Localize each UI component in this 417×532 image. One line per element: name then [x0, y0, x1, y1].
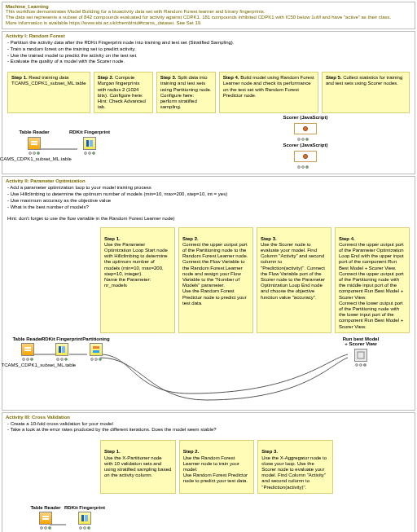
table-reader-node[interactable]: Table Reader TCAMS_CDPK1_subset_ML.table [25, 505, 66, 532]
scorer-node[interactable] [294, 123, 317, 134]
traffic-light-icon [79, 526, 90, 530]
svg-rect-9 [93, 350, 99, 353]
activity-2-desc: - Add a parameter optimization loop to y… [2, 185, 415, 213]
svg-rect-13 [81, 515, 84, 521]
step-box: Step 3. Use the X-Aggregator node to clo… [257, 440, 333, 494]
node-label: Partitioning [82, 336, 109, 342]
partition-icon [90, 343, 103, 356]
node-label: Table Reader [19, 130, 49, 135]
step-box: Step 4. Build model using Random Forest … [219, 72, 318, 113]
traffic-light-icon [22, 358, 33, 361]
svg-rect-10 [358, 352, 364, 358]
step-box: Step 1. Read training data TCAMS_CDPK1_s… [7, 72, 90, 113]
table-reader-icon [21, 343, 34, 356]
step-box: Step 1. Use the Parameter Optimization L… [100, 227, 175, 333]
activity-3-desc: - Create a 10-fold cross validation for … [2, 421, 415, 437]
rdkit-fingerprint-node[interactable]: RDKit Fingerprint [64, 505, 105, 530]
activity-2-title: Activity II: Parameter Optimization [2, 177, 415, 185]
fingerprint-icon [78, 512, 91, 525]
activity-1-canvas: Table Reader TCAMS_CDPK1_subset_ML.table… [2, 117, 415, 174]
traffic-light-icon [84, 152, 95, 155]
svg-rect-12 [42, 518, 49, 520]
svg-rect-7 [62, 346, 65, 353]
traffic-light-icon [29, 152, 40, 155]
activity-3-title: Activity III: Cross Validation [2, 413, 415, 421]
step-box: Step 1. Use the X-Partitioner node with … [100, 440, 176, 494]
table-reader-node[interactable]: Table Reader TCAMS_CDPK1_subset_ML.table [14, 130, 55, 161]
activity-3-canvas: Table Reader TCAMS_CDPK1_subset_ML.table… [2, 497, 415, 532]
step-box: Step 3. Split data into training and tes… [156, 72, 216, 113]
node-label: Table Reader [30, 505, 60, 511]
activity-2-panel: Activity II: Parameter Optimization - Ad… [2, 176, 415, 410]
svg-rect-8 [93, 346, 99, 349]
node-sublabel: TCAMS_CDPK1_subset_ML.table [0, 156, 72, 162]
activity-1-panel: Activity I: Random Forest - Partition th… [2, 31, 415, 174]
header-panel: Machine_Learning This workflow demonstra… [2, 2, 415, 29]
svg-rect-3 [90, 140, 93, 147]
best-model-component[interactable]: Run best Model + Scorer View [336, 336, 385, 367]
svg-rect-5 [24, 350, 31, 351]
svg-rect-2 [86, 140, 89, 147]
traffic-light-icon [40, 526, 51, 530]
activity-2-canvas: Table Reader TCAMS_CDPK1_subset_ML.table… [2, 336, 415, 410]
svg-rect-0 [31, 141, 37, 143]
fingerprint-icon [55, 343, 68, 356]
traffic-light-icon [355, 363, 367, 367]
svg-rect-14 [85, 515, 88, 521]
node-sublabel: TCAMS_CDPK1_subset_ML.table [2, 363, 50, 368]
step-box: Step 2. Use the Random Forest Learner no… [179, 440, 255, 494]
step-box: Step 4. Connect the upper output port of… [335, 227, 410, 333]
table-reader-icon [28, 137, 41, 150]
node-label: RDKit Fingerprint [64, 505, 105, 511]
table-reader-icon [39, 512, 52, 525]
step-box: Step 2. Compute Morgan fingerprints with… [94, 72, 153, 113]
svg-rect-6 [59, 346, 61, 353]
page-title: Machine_Learning [2, 2, 415, 9]
svg-rect-11 [42, 516, 49, 517]
activity-3-panel: Activity III: Cross Validation - Create … [2, 412, 415, 532]
step-box: Step 3. Use the Scorer node to evaluate … [257, 227, 331, 333]
svg-rect-4 [24, 347, 31, 349]
step-box: Step 2. Connect the upper output port of… [178, 227, 253, 333]
activity-1-title: Activity I: Random Forest [2, 32, 415, 40]
scorer-label: Scorer (JavaScript) [273, 115, 338, 120]
activity-3-steps: Step 1. Use the X-Partitioner node with … [2, 437, 415, 497]
activity-2-steps: Step 1. Use the Parameter Optimization L… [2, 224, 415, 336]
fingerprint-icon [83, 137, 96, 150]
activity-1-desc: - Partition the activity data after the … [2, 40, 415, 68]
traffic-light-icon [90, 358, 102, 361]
node-label: Table Reader [12, 336, 42, 342]
traffic-light-icon [297, 136, 309, 141]
page-subtitle: This workflow demonstrates Model Buildin… [2, 9, 415, 29]
activity-1-steps: Step 1. Read training data TCAMS_CDPK1_s… [2, 68, 415, 117]
rdkit-fingerprint-node[interactable]: RDKit Fingerprint [69, 130, 110, 155]
svg-rect-1 [31, 143, 37, 145]
traffic-light-icon [297, 164, 309, 169]
step-box: Step 5. Collect statistics for training … [322, 72, 410, 113]
activity-2-hint: Hint: don't forget to use the flow varia… [2, 214, 415, 224]
traffic-light-icon [56, 358, 68, 361]
component-icon [354, 349, 367, 362]
partitioning-node[interactable]: Partitioning [76, 336, 116, 362]
node-label: RDKit Fingerprint [69, 130, 110, 135]
scorer-node[interactable] [294, 151, 317, 162]
node-label: Run best Model + Scorer View [343, 336, 380, 347]
scorer-label: Scorer (JavaScript) [273, 143, 338, 147]
